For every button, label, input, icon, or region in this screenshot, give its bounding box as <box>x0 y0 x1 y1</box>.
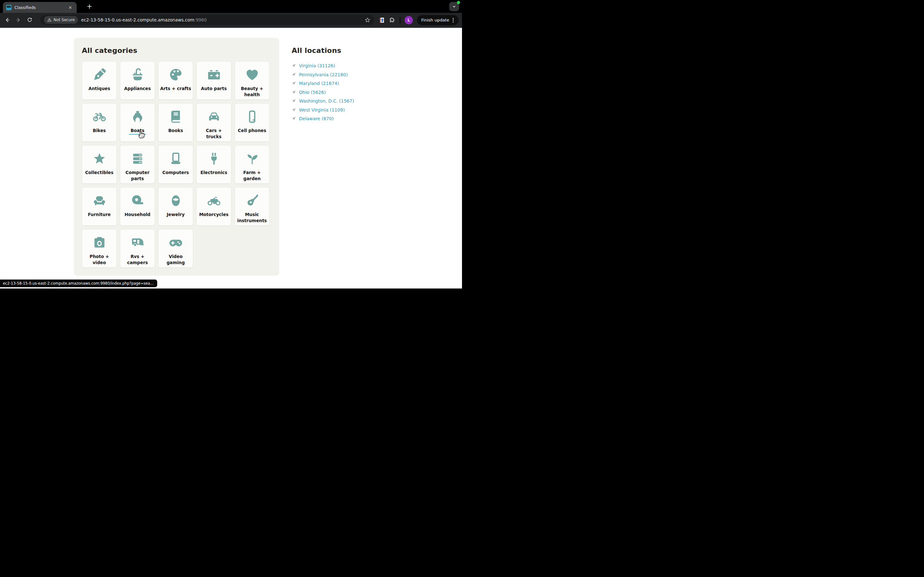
location-arrow-icon <box>292 81 296 85</box>
category-label: Video gaming <box>158 253 193 266</box>
new-tab-button[interactable]: + <box>85 2 94 11</box>
gem-icon <box>169 193 183 208</box>
book-icon <box>169 110 183 124</box>
hand-cursor-icon <box>137 130 146 139</box>
category-label: Household <box>123 211 152 218</box>
category-card-computers[interactable]: Computers <box>158 145 193 184</box>
category-label: Collectibles <box>83 169 115 176</box>
category-label: Cars + trucks <box>197 127 231 140</box>
gamepad-icon <box>169 235 183 250</box>
classifieds-favicon-icon <box>6 5 11 10</box>
location-arrow-icon <box>292 108 296 112</box>
update-available-dot <box>457 1 460 4</box>
category-card-motorcycles[interactable]: Motorcycles <box>196 187 231 226</box>
category-card-computer-parts[interactable]: Computer parts <box>120 145 155 184</box>
pen-nib-icon <box>92 68 107 82</box>
category-card-photo-video[interactable]: Photo + video <box>82 229 117 268</box>
category-label: Music instruments <box>235 211 269 224</box>
category-label: Arts + crafts <box>158 85 192 92</box>
category-card-electronics[interactable]: Electronics <box>196 145 231 184</box>
location-link-washington-dc[interactable]: Washington, D.C. (1567) <box>292 98 397 103</box>
camera-icon <box>92 235 107 250</box>
category-card-cell-phones[interactable]: Cell phones <box>234 103 270 142</box>
category-label: Computer parts <box>120 169 155 182</box>
bookmark-star-icon[interactable] <box>365 17 371 23</box>
category-card-antiques[interactable]: Antiques <box>82 61 117 100</box>
category-card-rvs-campers[interactable]: Rvs + campers <box>120 229 155 268</box>
tab-close-icon[interactable]: × <box>67 5 73 10</box>
category-label: Motorcycles <box>198 211 230 218</box>
tab-search-chevron-button[interactable] <box>449 2 459 11</box>
forward-icon[interactable] <box>15 17 21 23</box>
category-card-music-instruments[interactable]: Music instruments <box>234 187 270 226</box>
star-icon <box>92 152 107 166</box>
notebook-extension-icon[interactable] <box>379 17 385 24</box>
status-url-tooltip: ec2-13-58-15-0.us-east-2.compute.amazona… <box>0 279 157 287</box>
address-bar[interactable]: Not Secure ec2-13-58-15-0.us-east-2.comp… <box>40 15 375 25</box>
browser-window: Classifieds × + <box>0 0 462 288</box>
location-link-delaware[interactable]: Delaware (870) <box>292 116 397 121</box>
category-label: Electronics <box>199 169 229 176</box>
category-card-video-gaming[interactable]: Video gaming <box>158 229 193 268</box>
category-label: Jewelry <box>165 211 186 218</box>
category-label: Rvs + campers <box>120 253 155 266</box>
location-link-maryland[interactable]: Maryland (21674) <box>292 81 397 86</box>
toolbar-separator <box>400 17 401 23</box>
tab-strip: Classifieds × + <box>0 0 462 13</box>
laptop-icon <box>169 152 183 166</box>
locations-title: All locations <box>292 47 397 55</box>
finish-update-label: Finish update <box>421 18 449 23</box>
heart-icon <box>245 68 259 82</box>
category-label: Books <box>167 127 185 134</box>
plug-icon <box>207 152 221 166</box>
category-label: Beauty + health <box>235 85 269 98</box>
category-label: Bikes <box>91 127 107 134</box>
tab-classifieds[interactable]: Classifieds × <box>3 2 77 13</box>
profile-avatar[interactable]: L <box>405 16 413 24</box>
mobile-phone-icon <box>245 110 259 124</box>
sink-icon <box>131 68 145 82</box>
location-link-ohio[interactable]: Ohio (5626) <box>292 90 397 95</box>
location-link-pennsylvania[interactable]: Pennsylvania (22180) <box>292 72 397 77</box>
location-link-virginia[interactable]: Virginia (31126) <box>292 63 397 68</box>
location-arrow-icon <box>292 90 296 95</box>
category-label: Furniture <box>86 211 112 218</box>
boat-icon <box>131 110 145 124</box>
category-card-arts-crafts[interactable]: Arts + crafts <box>158 61 193 100</box>
not-secure-chip[interactable]: Not Secure <box>44 16 78 24</box>
back-icon[interactable] <box>4 17 10 23</box>
category-card-appliances[interactable]: Appliances <box>120 61 155 100</box>
extensions-puzzle-icon[interactable] <box>389 17 396 23</box>
category-label: Computers <box>161 169 191 176</box>
category-card-books[interactable]: Books <box>158 103 193 142</box>
url-port: :9980 <box>194 17 207 23</box>
category-card-auto-parts[interactable]: Auto parts <box>196 61 231 100</box>
location-arrow-icon <box>292 116 296 121</box>
not-secure-label: Not Secure <box>53 18 75 22</box>
category-label: Auto parts <box>199 85 228 92</box>
locations-list: Virginia (31126) Pennsylvania (22180) Ma… <box>292 63 397 121</box>
seedling-icon <box>245 152 259 166</box>
category-card-beauty-health[interactable]: Beauty + health <box>234 61 270 100</box>
location-arrow-icon <box>292 99 296 103</box>
tab-title: Classifieds <box>15 5 64 10</box>
reload-icon[interactable] <box>27 17 33 23</box>
category-card-furniture[interactable]: Furniture <box>82 187 117 226</box>
location-arrow-icon <box>292 73 296 77</box>
category-card-bikes[interactable]: Bikes <box>82 103 117 142</box>
location-link-west-virginia[interactable]: West Virginia (1109) <box>292 107 397 113</box>
locations-panel: All locations Virginia (31126) Pennsylva… <box>292 47 397 125</box>
couch-icon <box>92 193 107 208</box>
category-card-jewelry[interactable]: Jewelry <box>158 187 193 226</box>
camper-icon <box>131 235 145 250</box>
finish-update-button[interactable]: Finish update <box>417 15 459 25</box>
category-card-cars-trucks[interactable]: Cars + trucks <box>196 103 231 142</box>
category-card-collectibles[interactable]: Collectibles <box>82 145 117 184</box>
category-card-household[interactable]: Household <box>120 187 155 226</box>
category-card-farm-garden[interactable]: Farm + garden <box>234 145 270 184</box>
url-text[interactable]: ec2-13-58-15-0.us-east-2.compute.amazona… <box>81 17 207 23</box>
browser-menu-kebab-icon[interactable] <box>452 17 454 23</box>
motorcycle-icon <box>207 193 221 208</box>
tape-measure-icon <box>131 193 145 208</box>
category-label: Photo + video <box>82 253 116 266</box>
